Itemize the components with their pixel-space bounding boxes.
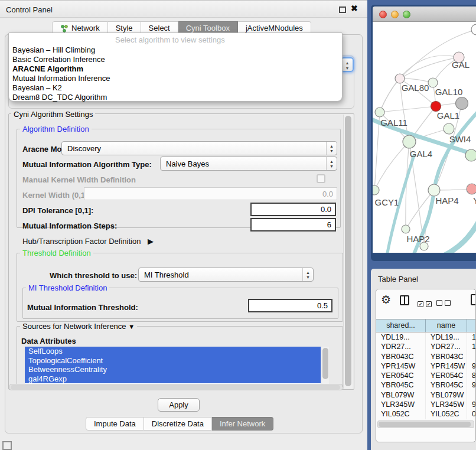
table-cell: YBR045C [426, 380, 467, 390]
chevron-down-icon: ▼ [128, 323, 135, 330]
algorithm-dropdown-popup: Select algorithm to view settings Bayesi… [8, 32, 343, 102]
apply-button[interactable]: Apply [158, 398, 200, 412]
chevron-updown-icon: ▲▼ [326, 142, 337, 155]
network-node[interactable] [456, 97, 468, 110]
table-row[interactable]: YDR27...YDR27...12 [376, 342, 476, 351]
hub-definition-label: Hub/Transcription Factor Definition [22, 237, 141, 246]
tab-impute-data[interactable]: Impute Data [86, 417, 144, 431]
network-node[interactable] [420, 242, 428, 250]
close-traffic-light-icon[interactable] [379, 11, 387, 18]
attributes-scrollbar[interactable] [321, 347, 329, 384]
table-row[interactable]: YBR043CYBR043C [376, 352, 476, 361]
data-attribute-item[interactable]: TopologicalCoefficient [25, 356, 329, 366]
network-canvas[interactable]: GALGAL80GAL10GAL1GAL11SWI4GAL4GCY1HAP4YH… [373, 22, 476, 253]
attributes-scrollbar-thumb[interactable] [322, 348, 328, 379]
control-panel-titlebar [0, 0, 367, 18]
minimize-traffic-light-icon[interactable] [391, 11, 399, 18]
mi-steps-input[interactable] [250, 218, 336, 231]
table-cell: YER054C [426, 371, 467, 380]
settings-horizontal-scrollbar[interactable] [9, 384, 343, 390]
table-header-row[interactable]: shared...name [376, 319, 476, 332]
document-icon[interactable] [471, 294, 476, 305]
mi-threshold-input[interactable] [248, 299, 332, 312]
network-node-hap2[interactable] [402, 225, 410, 233]
algorithm-option[interactable]: Mutual Information Inference [11, 74, 340, 83]
table-row[interactable]: YLR345WYLR345W9. [376, 400, 476, 409]
table-row[interactable]: YER054CYER054C8. [376, 371, 476, 380]
hub-definition-toggle[interactable]: Hub/Transcription Factor Definition ▶ [22, 237, 154, 246]
table-horizontal-scrollbar[interactable] [377, 420, 474, 428]
data-attributes-list[interactable]: SelfLoopsTopologicalCoefficientBetweenne… [25, 347, 329, 384]
aracne-mode-combo[interactable]: Discovery ▲▼ [61, 141, 337, 155]
algorithm-option[interactable]: Bayesian – K2 [11, 83, 340, 93]
table-cell: YDR27... [426, 342, 467, 351]
table-cell [467, 352, 476, 361]
table-row[interactable]: YBR045CYBR045C9. [376, 380, 476, 390]
settings-hscrollbar-thumb[interactable] [11, 385, 340, 390]
algorithm-option[interactable]: Dream8 DC_TDC Algorithm [11, 93, 340, 102]
float-icon[interactable] [339, 6, 346, 13]
algorithm-popup-placeholder: Select algorithm to view settings [115, 35, 225, 44]
network-node-swi4[interactable] [444, 123, 454, 134]
table-row[interactable]: YBL079WYBL079W [376, 390, 476, 400]
table-rows: YDL19...YDL19...13YDR27...YDR27...12YBR0… [376, 332, 476, 419]
app-screen: Control Panel ✖ NetworkStyleSelectCyni T… [0, 0, 476, 450]
manual-kernel-label: Manual Kernel Width Definition [22, 175, 136, 184]
network-node-gal1[interactable] [431, 102, 441, 112]
data-attribute-item[interactable]: SelfLoops [25, 347, 329, 356]
network-node[interactable] [471, 24, 476, 35]
chevron-right-icon: ▶ [148, 237, 154, 246]
dpi-tolerance-input[interactable] [250, 203, 336, 216]
aracne-mode-value: Discovery [62, 144, 326, 153]
settings-gear-icon[interactable]: ⚙ [381, 293, 391, 306]
network-node[interactable] [465, 149, 476, 161]
network-node-gal80[interactable] [395, 74, 405, 83]
network-view-window[interactable]: GALGAL80GAL10GAL1GAL11SWI4GAL4GCY1HAP4YH… [371, 5, 476, 261]
tab-infer-network[interactable]: Infer Network [212, 417, 273, 431]
table-panel-window[interactable]: Table Panel ⚙ ✓✓ shared...name YDL19...Y… [371, 269, 476, 450]
data-attribute-item[interactable]: BetweennessCentrality [25, 365, 329, 374]
algorithm-option[interactable]: Bayesian – Hill Climbing [11, 45, 340, 55]
which-threshold-combo[interactable]: MI Threshold ▲▼ [138, 268, 314, 282]
kernel-width-input[interactable] [84, 187, 337, 200]
table-column-header[interactable]: name [426, 319, 467, 332]
settings-scrollbar-thumb[interactable] [345, 116, 351, 386]
network-window-titlebar[interactable] [373, 6, 476, 22]
network-node-y[interactable] [467, 184, 476, 194]
mi-type-combo[interactable]: Naive Bayes ▲▼ [160, 156, 337, 171]
table-cell: YIL052C [376, 409, 426, 419]
deselect-checkboxes-icon[interactable] [436, 298, 453, 308]
network-node-gcy1[interactable] [373, 185, 379, 195]
network-node-gal11[interactable] [375, 107, 384, 117]
manual-kernel-checkbox[interactable] [317, 174, 325, 183]
tab-discretize-data[interactable]: Discretize Data [144, 417, 212, 431]
tab-label: Infer Network [220, 418, 265, 430]
table-cell: YBL079W [426, 390, 467, 400]
select-all-checkboxes-icon[interactable]: ✓✓ [418, 298, 434, 308]
algorithm-combo-stepper-icon[interactable]: ▲▼ [341, 57, 354, 72]
mi-type-value: Naive Bayes [161, 159, 326, 168]
sources-group-title[interactable]: Sources for Network Inference ▼ [20, 322, 137, 331]
table-column-header[interactable] [467, 319, 476, 332]
zoom-traffic-light-icon[interactable] [403, 11, 410, 18]
close-icon[interactable]: ✖ [351, 4, 358, 13]
columns-icon[interactable] [400, 295, 409, 305]
data-attributes-label: Data Attributes [21, 337, 76, 345]
table-row[interactable]: YPR145WYPR145W9. [376, 361, 476, 371]
table-hscrollbar-thumb[interactable] [379, 422, 471, 427]
node-label: SWI4 [449, 134, 471, 144]
network-node-hap4[interactable] [428, 184, 440, 196]
table-column-header[interactable]: shared... [376, 319, 426, 332]
table-row[interactable]: YIL052CYIL052C0. [376, 409, 476, 419]
node-label: GAL11 [380, 118, 407, 128]
table-row[interactable]: YDL19...YDL19...13 [376, 332, 476, 342]
algorithm-option[interactable]: Basic Correlation Inference [11, 55, 340, 64]
network-node-gal10[interactable] [428, 78, 438, 87]
network-node-gal4[interactable] [403, 135, 416, 148]
mi-steps-label: Mutual Information Steps: [22, 221, 117, 230]
data-attribute-item[interactable]: gal4RGexp [25, 374, 329, 384]
dock-panel-icon[interactable] [2, 441, 12, 450]
settings-vertical-scrollbar[interactable] [343, 115, 353, 389]
table-cell: YDL19... [426, 332, 467, 342]
algorithm-option[interactable]: ARACNE Algorithm [11, 64, 340, 74]
